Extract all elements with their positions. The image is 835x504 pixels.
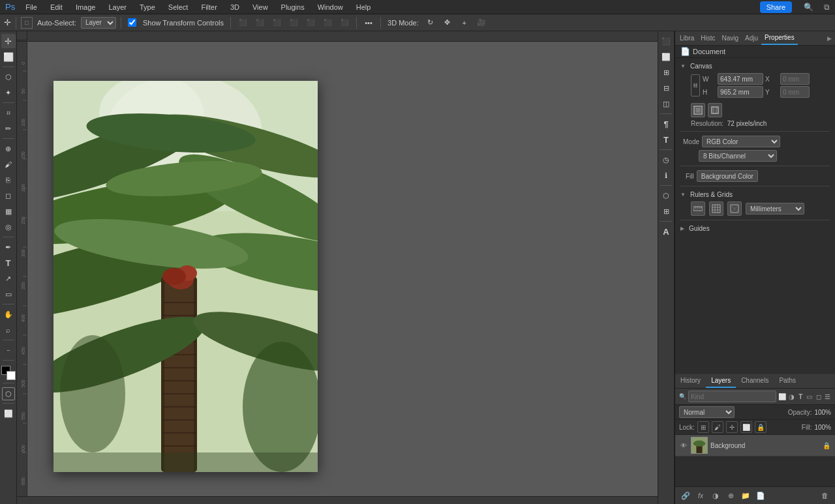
mode-select[interactable]: RGB Color CMYK Color Grayscale bbox=[702, 136, 780, 147]
canvas-size-icon[interactable] bbox=[691, 103, 705, 117]
menu-select[interactable]: Select bbox=[166, 3, 191, 11]
menu-type[interactable]: Type bbox=[137, 3, 158, 11]
blend-mode-select[interactable]: Normal Multiply Screen Overlay bbox=[679, 406, 735, 418]
more-tools[interactable]: ··· bbox=[1, 343, 16, 357]
arrange-icon[interactable]: ⬛ bbox=[659, 34, 673, 48]
type-tool[interactable]: T bbox=[1, 256, 16, 270]
tab-layers[interactable]: Layers bbox=[706, 374, 736, 388]
height-input[interactable] bbox=[718, 86, 763, 98]
hand-tool[interactable]: ✋ bbox=[1, 307, 16, 321]
channels-icon[interactable]: ◫ bbox=[659, 96, 673, 111]
clone-tool[interactable]: ⎘ bbox=[1, 173, 16, 187]
eraser-tool[interactable]: ◻ bbox=[1, 188, 16, 203]
actions-icon[interactable]: A bbox=[659, 224, 673, 239]
layer-filter-toggle[interactable]: ☰ bbox=[824, 391, 831, 402]
align-center-v-icon[interactable]: ⬛ bbox=[252, 16, 267, 30]
align-bottom-icon[interactable]: ⬛ bbox=[320, 16, 335, 30]
align-top-icon[interactable]: ⬛ bbox=[286, 16, 301, 30]
shape-tool[interactable]: ▭ bbox=[1, 287, 16, 301]
menu-plugins[interactable]: Plugins bbox=[279, 3, 307, 11]
layer-visibility-eye[interactable]: 👁 bbox=[679, 441, 688, 450]
search-icon[interactable]: 🔍 bbox=[804, 3, 813, 12]
pen-tool[interactable]: ✒ bbox=[1, 240, 16, 254]
auto-select-select[interactable]: Layer Group bbox=[81, 17, 116, 29]
tab-history[interactable]: History bbox=[675, 374, 706, 388]
fx-icon[interactable]: fx bbox=[694, 489, 707, 502]
layer-type-pixel-icon[interactable]: ⬜ bbox=[778, 391, 786, 402]
crop-tool[interactable]: ⌗ bbox=[1, 106, 16, 120]
y-input[interactable] bbox=[780, 86, 810, 98]
tab-properties[interactable]: Properties bbox=[761, 31, 798, 45]
guides-header[interactable]: ▶ Guides bbox=[680, 223, 830, 234]
wh-link-icon[interactable]: ⛓ bbox=[691, 74, 700, 96]
layer-type-shape-icon[interactable]: ▭ bbox=[806, 391, 813, 402]
link-layers-icon[interactable]: 🔗 bbox=[679, 489, 692, 502]
properties-icon[interactable]: ⬜ bbox=[659, 50, 673, 64]
foreground-background-colors[interactable] bbox=[1, 366, 16, 380]
fullscreen-icon[interactable]: ⧉ bbox=[824, 3, 830, 12]
paragraph-icon[interactable]: ¶ bbox=[659, 117, 673, 131]
3d-dolly-icon[interactable]: 🎥 bbox=[474, 16, 489, 30]
adjustment-layer-icon[interactable]: ⊕ bbox=[724, 489, 737, 502]
menu-help[interactable]: Help bbox=[354, 3, 374, 11]
bottom-scrollbar[interactable] bbox=[17, 496, 658, 504]
screen-mode-tool[interactable]: ⬜ bbox=[1, 406, 16, 421]
panel-expand-icon[interactable]: ▶ bbox=[825, 35, 834, 42]
tab-history[interactable]: Histc bbox=[697, 32, 718, 44]
background-color[interactable] bbox=[7, 371, 16, 380]
grid-view-icon[interactable]: ⊞ bbox=[659, 204, 673, 218]
grid-icon[interactable] bbox=[709, 201, 723, 216]
info-icon[interactable]: ℹ bbox=[659, 168, 673, 183]
adjust-icon[interactable]: ⊞ bbox=[659, 65, 673, 80]
rulers-grids-header[interactable]: ▼ Rulers & Grids bbox=[680, 189, 830, 200]
delete-layer-icon[interactable]: 🗑 bbox=[818, 489, 831, 502]
menu-file[interactable]: File bbox=[23, 3, 40, 11]
ruler-lines-icon[interactable] bbox=[691, 201, 705, 216]
opacity-value[interactable]: 100% bbox=[814, 409, 831, 416]
layers-search-input[interactable] bbox=[688, 391, 776, 402]
distribute-icon[interactable]: ⬛ bbox=[337, 16, 352, 30]
bits-select[interactable]: 8 Bits/Channel 16 Bits/Channel 32 Bits/C… bbox=[699, 150, 777, 162]
lock-artboard-btn[interactable]: ⬜ bbox=[740, 421, 752, 433]
3d-icon[interactable]: ⬡ bbox=[659, 188, 673, 203]
layers-icon[interactable]: ⊟ bbox=[659, 81, 673, 95]
canvas-section-header[interactable]: ▼ Canvas bbox=[680, 61, 830, 72]
width-input[interactable] bbox=[718, 73, 763, 85]
layer-type-smart-icon[interactable]: ◻ bbox=[815, 391, 822, 402]
canvas-content[interactable] bbox=[27, 42, 658, 496]
menu-3d[interactable]: 3D bbox=[228, 3, 242, 11]
quick-mask-tool[interactable]: ⬡ bbox=[2, 387, 15, 400]
3d-rotate-icon[interactable]: ↻ bbox=[423, 16, 438, 30]
gradient-tool[interactable]: ▦ bbox=[1, 204, 16, 218]
tab-adjustments[interactable]: Adju bbox=[742, 32, 761, 44]
magic-wand-tool[interactable]: ✦ bbox=[1, 85, 16, 100]
share-button[interactable]: Share bbox=[760, 1, 792, 13]
eyedropper-tool[interactable]: ✏ bbox=[1, 121, 16, 136]
type-icon[interactable]: T bbox=[659, 132, 673, 147]
layer-item-background[interactable]: 👁 Background 🔒 bbox=[675, 435, 835, 456]
tab-libraries[interactable]: Libra bbox=[676, 32, 697, 44]
path-select-tool[interactable]: ↗ bbox=[1, 271, 16, 286]
align-middle-icon[interactable]: ⬛ bbox=[303, 16, 318, 30]
menu-layer[interactable]: Layer bbox=[106, 3, 129, 11]
lock-all-btn[interactable]: 🔒 bbox=[755, 421, 767, 433]
more-options-icon[interactable]: ••• bbox=[361, 16, 376, 30]
lock-image-btn[interactable]: 🖌 bbox=[712, 421, 723, 433]
menu-view[interactable]: View bbox=[250, 3, 271, 11]
no-grid-icon[interactable] bbox=[727, 201, 742, 216]
tab-channels[interactable]: Channels bbox=[736, 374, 774, 388]
dodge-tool[interactable]: ◎ bbox=[1, 220, 16, 234]
layer-type-text-icon[interactable]: T bbox=[797, 391, 804, 402]
tab-navigator[interactable]: Navig bbox=[718, 32, 742, 44]
menu-edit[interactable]: Edit bbox=[48, 3, 65, 11]
history-icon[interactable]: ◷ bbox=[659, 153, 673, 167]
x-input[interactable] bbox=[780, 73, 810, 85]
lock-position-btn[interactable]: ✛ bbox=[726, 421, 738, 433]
tab-paths[interactable]: Paths bbox=[774, 374, 801, 388]
new-group-icon[interactable]: 📁 bbox=[739, 489, 752, 502]
3d-pan-icon[interactable]: ✥ bbox=[440, 16, 455, 30]
align-right-icon[interactable]: ⬛ bbox=[269, 16, 284, 30]
artboard-tool[interactable]: ⬜ bbox=[1, 50, 16, 64]
align-left-icon[interactable]: ⬛ bbox=[235, 16, 250, 30]
menu-window[interactable]: Window bbox=[315, 3, 346, 11]
